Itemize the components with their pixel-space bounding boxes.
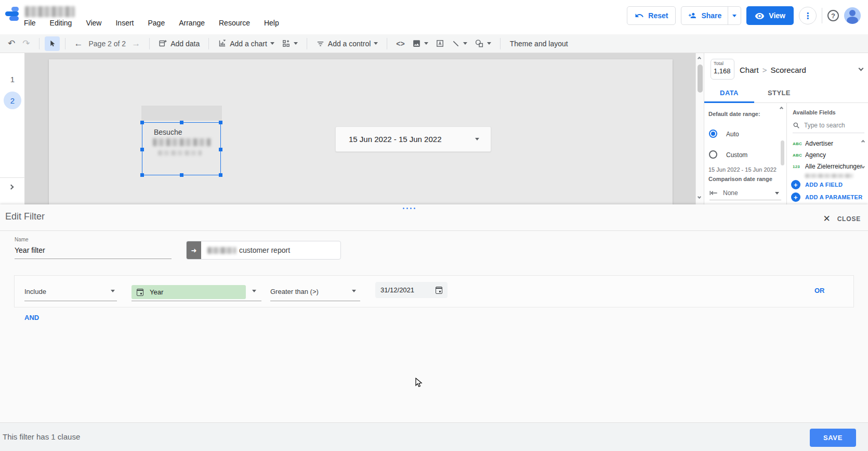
help-button[interactable]: ? bbox=[827, 10, 839, 21]
menu-arrange[interactable]: Arrange bbox=[179, 19, 205, 27]
reset-button[interactable]: Reset bbox=[627, 6, 676, 25]
page-thumb-2-current[interactable]: 2 bbox=[0, 92, 25, 109]
report-title-redacted[interactable] bbox=[25, 6, 75, 17]
resize-handle-e[interactable] bbox=[219, 148, 222, 151]
field-item-agency[interactable]: ABC Agency bbox=[793, 151, 862, 159]
divider bbox=[0, 177, 25, 178]
filter-clause-row: Include Year Greater than (>) 31/12/2021… bbox=[14, 275, 854, 307]
page-thumb-1[interactable]: 1 bbox=[0, 75, 25, 84]
save-button[interactable]: SAVE bbox=[810, 429, 856, 447]
resize-handle-w[interactable] bbox=[140, 148, 144, 151]
theme-layout-button[interactable]: Theme and layout bbox=[506, 40, 572, 48]
looker-studio-logo-icon[interactable] bbox=[5, 5, 23, 23]
comparison-date-range-label: Comparison date range bbox=[708, 176, 772, 182]
dimension-type-icon: ABC bbox=[793, 153, 801, 158]
resize-handle-se[interactable] bbox=[219, 173, 222, 177]
undo-icon: ↶ bbox=[8, 39, 15, 48]
scroll-up-icon[interactable] bbox=[780, 107, 783, 110]
add-a-field-button[interactable]: + ADD A FIELD bbox=[791, 180, 843, 189]
embed-code-button[interactable]: <> bbox=[392, 36, 408, 51]
insert-shape-button[interactable] bbox=[471, 36, 495, 51]
user-avatar[interactable] bbox=[844, 7, 861, 24]
date-range-control[interactable]: 15 Jun 2022 - 15 Jun 2022 bbox=[335, 126, 491, 152]
operator-dropdown[interactable]: Greater than (>) bbox=[270, 288, 319, 295]
resize-handle-nw[interactable] bbox=[140, 121, 144, 124]
divider bbox=[208, 38, 209, 49]
data-source-icon: ➜ bbox=[187, 241, 201, 259]
menu-file[interactable]: File bbox=[24, 19, 36, 27]
resize-handle-ne[interactable] bbox=[219, 121, 222, 124]
menu-view[interactable]: View bbox=[86, 19, 101, 27]
field-item-partial-redacted[interactable] bbox=[805, 174, 853, 178]
resize-handle-n[interactable] bbox=[180, 121, 183, 124]
add-chart-label: Add a chart bbox=[230, 40, 267, 48]
scrollbar-thumb[interactable] bbox=[781, 140, 784, 165]
previous-page-button[interactable]: ← bbox=[71, 36, 87, 51]
close-filter-editor-button[interactable]: ✕ CLOSE bbox=[823, 213, 861, 224]
scroll-down-icon[interactable] bbox=[698, 195, 701, 199]
include-exclude-dropdown[interactable]: Include bbox=[24, 288, 46, 295]
field-item-advertiser[interactable]: ABC Advertiser bbox=[793, 140, 862, 147]
calendar-icon[interactable] bbox=[436, 287, 442, 294]
filter-value-date-input[interactable]: 31/12/2021 bbox=[375, 282, 448, 298]
scorecard-metric-label: Besuche bbox=[154, 128, 182, 136]
menu-insert[interactable]: Insert bbox=[115, 19, 134, 27]
redo-button[interactable]: ↷ bbox=[19, 36, 33, 51]
add-a-parameter-button[interactable]: + ADD A PARAMETER bbox=[791, 192, 862, 202]
field-search[interactable] bbox=[793, 122, 864, 133]
filter-field-chip[interactable]: Year bbox=[131, 285, 246, 299]
tab-style[interactable]: STYLE bbox=[754, 83, 804, 102]
and-clause-button[interactable]: AND bbox=[24, 314, 39, 321]
selection-tool-button[interactable] bbox=[45, 36, 60, 51]
scroll-up-icon[interactable] bbox=[698, 57, 701, 60]
filter-name-input[interactable] bbox=[15, 244, 172, 259]
person-add-icon bbox=[688, 11, 697, 20]
question-icon: ? bbox=[831, 12, 835, 20]
selected-scorecard-chart[interactable]: Besuche bbox=[142, 122, 221, 175]
field-search-input[interactable] bbox=[804, 122, 858, 129]
radio-auto[interactable] bbox=[709, 130, 717, 138]
data-source-chip[interactable]: ➜ customer report bbox=[186, 241, 341, 260]
tab-data[interactable]: DATA bbox=[704, 83, 754, 102]
resize-handle-s[interactable] bbox=[180, 173, 183, 177]
menu-help[interactable]: Help bbox=[264, 19, 279, 27]
comparison-date-range-dropdown[interactable]: None bbox=[709, 189, 781, 200]
scrollbar-thumb[interactable] bbox=[698, 65, 703, 93]
looker-studio-app: File Editing View Insert Page Arrange Re… bbox=[0, 0, 868, 451]
or-clause-button[interactable]: OR bbox=[814, 287, 825, 294]
share-button-group: Share bbox=[681, 6, 741, 25]
insert-text-button[interactable] bbox=[432, 36, 448, 51]
add-component-button[interactable] bbox=[278, 36, 301, 51]
kebab-icon: ⋮ bbox=[804, 11, 812, 21]
resize-handle-sw[interactable] bbox=[140, 173, 144, 177]
next-page-button[interactable]: → bbox=[128, 36, 144, 51]
radio-custom[interactable] bbox=[709, 150, 717, 159]
add-control-button[interactable]: Add a control bbox=[312, 36, 382, 51]
chart-type-breadcrumb[interactable]: Chart > Scorecard bbox=[740, 66, 806, 74]
collapse-panel-icon[interactable] bbox=[859, 66, 864, 71]
chevron-down-icon[interactable] bbox=[252, 290, 256, 292]
filter-field-name: Year bbox=[150, 288, 163, 296]
share-options-dropdown[interactable] bbox=[728, 7, 741, 24]
field-item-alle-zielerreichungen[interactable]: 123 Alle Zielerreichungen bbox=[793, 163, 862, 170]
menu-resource[interactable]: Resource bbox=[219, 19, 250, 27]
canvas-vertical-scrollbar[interactable] bbox=[695, 53, 704, 204]
cursor-icon bbox=[48, 40, 56, 48]
view-button[interactable]: View bbox=[746, 6, 794, 25]
add-chart-button[interactable]: Add a chart bbox=[214, 36, 278, 51]
panel-resize-handle[interactable] bbox=[403, 208, 415, 209]
insert-line-button[interactable] bbox=[448, 36, 471, 51]
divider bbox=[387, 38, 387, 49]
expand-page-panel-icon[interactable] bbox=[9, 185, 14, 190]
menu-page[interactable]: Page bbox=[148, 19, 165, 27]
menu-editing[interactable]: Editing bbox=[50, 19, 72, 27]
more-options-button[interactable]: ⋮ bbox=[799, 7, 817, 24]
chevron-down-icon bbox=[374, 42, 378, 45]
undo-button[interactable]: ↶ bbox=[4, 36, 19, 51]
add-data-button[interactable]: Add data bbox=[155, 36, 203, 51]
insert-image-button[interactable] bbox=[409, 36, 432, 51]
header-rect-element[interactable] bbox=[141, 106, 222, 121]
components-icon bbox=[282, 39, 291, 48]
code-icon: <> bbox=[396, 40, 404, 47]
share-button[interactable]: Share bbox=[681, 7, 728, 24]
